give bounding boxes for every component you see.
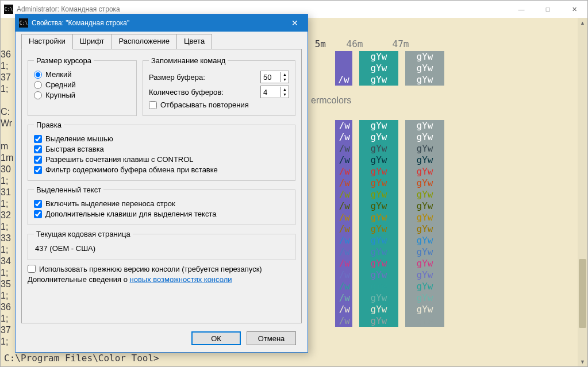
cursor-radio-1[interactable]: Средний xyxy=(34,80,130,89)
cursor-radio-2[interactable]: Крупный xyxy=(34,91,130,99)
tab-шрифт[interactable]: Шрифт xyxy=(72,34,112,49)
minimize-button[interactable]: — xyxy=(508,1,535,18)
codepage-value: 437 (OEM - США) xyxy=(34,242,289,255)
cursor-size-group: Размер курсора МелкийСреднийКрупный xyxy=(28,56,137,116)
vertical-scrollbar[interactable]: ▲ ▼ xyxy=(578,18,587,366)
sel-check-0[interactable]: Включить выделение переноса строк xyxy=(34,199,289,208)
scroll-up-button[interactable]: ▲ xyxy=(578,18,587,28)
scroll-thumb[interactable] xyxy=(579,259,586,328)
dialog-titlebar[interactable]: C:\ Свойства: "Командная строка" ✕ xyxy=(16,14,308,32)
edit-check-2[interactable]: Разрешить сочетания клавиш с CONTROL xyxy=(34,155,289,164)
edit-options-group: Правка Выделение мышьюБыстрая вставкаРаз… xyxy=(28,121,295,181)
edit-legend: Правка xyxy=(34,121,64,129)
buffer-size-input[interactable] xyxy=(261,72,280,83)
num-buffers-input[interactable] xyxy=(261,87,280,98)
history-legend: Запоминание команд xyxy=(149,56,228,65)
color-grid: 5m46m47m gYwgYwgYwgYw/wgYwgYw/wgYwgYw/wg… xyxy=(311,38,444,327)
termcolors-fragment: ermcolors xyxy=(311,95,351,106)
new-features-link[interactable]: новых возможностях консоли xyxy=(129,275,232,284)
tab-настройки[interactable]: Настройки xyxy=(21,34,73,49)
edit-check-3[interactable]: Фильтр содержимого буфера обмена при вст… xyxy=(34,165,289,174)
command-history-group: Запоминание команд Размер буфера: ▲▼ Кол… xyxy=(143,56,295,116)
legacy-console-checkbox[interactable]: Использовать прежнюю версию консоли (тре… xyxy=(28,265,295,273)
tab-panel-settings: Размер курсора МелкийСреднийКрупный Запо… xyxy=(21,49,302,323)
spin-down-icon[interactable]: ▼ xyxy=(281,77,289,82)
buffer-size-spinner[interactable]: ▲▼ xyxy=(260,71,289,83)
buffer-size-label: Размер буфера: xyxy=(149,73,205,82)
sel-check-1[interactable]: Дополнительные клавиши для выделения тек… xyxy=(34,210,289,218)
text-selection-group: Выделенный текст Включить выделение пере… xyxy=(28,186,295,225)
cmd-icon: C:\ xyxy=(19,18,28,28)
edit-check-1[interactable]: Быстрая вставка xyxy=(34,145,289,153)
selection-legend: Выделенный текст xyxy=(34,186,103,194)
close-button[interactable]: ✕ xyxy=(561,1,587,18)
tab-цвета[interactable]: Цвета xyxy=(176,34,212,49)
spin-down-icon[interactable]: ▼ xyxy=(281,92,289,97)
cancel-button[interactable]: Отмена xyxy=(247,331,296,345)
window-title: Administrator: Командная строка xyxy=(17,5,120,13)
tab-расположение[interactable]: Расположение xyxy=(112,34,177,49)
cursor-legend: Размер курсора xyxy=(34,56,94,65)
codepage-legend: Текущая кодовая страница xyxy=(34,230,133,238)
dialog-title: Свойства: "Командная строка" xyxy=(32,19,129,27)
scroll-down-button[interactable]: ▼ xyxy=(578,357,587,366)
discard-dupes-checkbox[interactable]: Отбрасывать повторения xyxy=(149,101,289,109)
num-buffers-label: Количество буферов: xyxy=(149,88,224,96)
properties-dialog: C:\ Свойства: "Командная строка" ✕ Настр… xyxy=(15,14,308,353)
maximize-button[interactable]: □ xyxy=(535,1,561,18)
console-left-fragments: 361;371;C:Wrm1m301;311;321;331;341;351;3… xyxy=(1,49,13,347)
spin-up-icon[interactable]: ▲ xyxy=(281,87,289,92)
edit-check-0[interactable]: Выделение мышью xyxy=(34,134,289,143)
codepage-group: Текущая кодовая страница 437 (OEM - США) xyxy=(28,230,295,260)
num-buffers-spinner[interactable]: ▲▼ xyxy=(260,86,289,98)
ok-button[interactable]: ОК xyxy=(191,331,241,345)
cmd-icon: C:\ xyxy=(4,5,13,14)
prompt: C:\Program Files\Color Tool> xyxy=(4,353,159,364)
spin-up-icon[interactable]: ▲ xyxy=(281,72,289,77)
legacy-more-info: Дополнительные сведения о новых возможно… xyxy=(28,275,295,284)
cursor-radio-0[interactable]: Мелкий xyxy=(34,70,130,79)
tabs: НастройкиШрифтРасположениеЦвета xyxy=(21,34,308,49)
dialog-close-button[interactable]: ✕ xyxy=(282,14,308,32)
